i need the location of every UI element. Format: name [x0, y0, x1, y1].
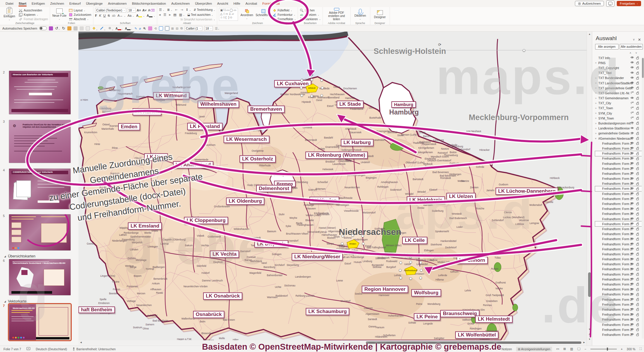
unlock-icon[interactable]: [636, 162, 639, 166]
select-button[interactable]: Markieren ⌄: [300, 17, 321, 21]
unlock-icon[interactable]: [636, 127, 639, 131]
unlock-icon[interactable]: [636, 182, 639, 186]
font-color-button[interactable]: A ⌄: [147, 14, 155, 17]
tab-hilfe[interactable]: Hilfe: [231, 1, 243, 6]
pane-item[interactable]: TXT_Copyright: [595, 65, 643, 70]
visibility-eye-icon[interactable]: [630, 101, 634, 105]
slide-thumbnail-4[interactable]: 4CODIERUNGSTABELLEN zur Vektorkarte: [9, 168, 71, 209]
pane-item[interactable]: >TXT gemeindefreie Gebi...: [595, 86, 643, 90]
pane-item[interactable]: >SYM_Town: [595, 116, 643, 121]
shapes-gallery[interactable]: ▣\\▭◯▭△⎍⇨⇩▱☆⌇{ }✩: [219, 8, 238, 21]
unlock-icon[interactable]: [636, 116, 639, 120]
tab-ansicht[interactable]: Ansicht: [215, 1, 231, 6]
pane-item[interactable]: Freihandform: Form 2...: [595, 267, 643, 272]
unlock-icon[interactable]: [636, 61, 639, 65]
visibility-eye-icon[interactable]: [630, 182, 634, 186]
duplicate-qat-icon[interactable]: [80, 26, 84, 30]
accessibility-status[interactable]: Barrierefreiheit: Untersuchen: [72, 347, 116, 351]
slide-canvas[interactable]: ⟳ Schleswig-HolsteinMecklenburg-Vorpomme…: [78, 32, 587, 340]
pane-item[interactable]: Freihandform: Form 2...: [595, 307, 643, 312]
font-name-combo[interactable]: Calibri (Textkörper)⌄: [95, 8, 126, 13]
justify-button[interactable]: ▤: [173, 13, 176, 17]
visibility-eye-icon[interactable]: [630, 207, 634, 211]
pane-item[interactable]: Freihandform: Form 2...: [595, 287, 643, 292]
slide-sorter-button[interactable]: ⊞: [563, 347, 566, 351]
visibility-eye-icon[interactable]: [630, 81, 634, 85]
unlock-icon[interactable]: [636, 262, 639, 266]
tab-formformat[interactable]: Formformat: [260, 1, 282, 6]
unlock-icon[interactable]: [636, 121, 639, 125]
tab-entwurf[interactable]: Entwurf: [67, 1, 83, 6]
zoom-in-button[interactable]: +: [621, 347, 623, 351]
visibility-eye-icon[interactable]: [630, 252, 634, 256]
smartart-qat-button[interactable]: ⟲: [154, 27, 157, 30]
visibility-eye-icon[interactable]: [630, 192, 634, 196]
tab-zeichnen[interactable]: Zeichnen: [47, 1, 66, 6]
paste-qat-icon[interactable]: [67, 26, 71, 30]
display-settings-button[interactable]: ⊞ Anzeigeeinstellungen: [516, 347, 552, 351]
slide-thumbnail-5[interactable]: 5: [9, 214, 71, 251]
pane-item[interactable]: Freihandform: Form 2...: [595, 247, 643, 252]
visibility-eye-icon[interactable]: [630, 162, 634, 166]
change-case-button[interactable]: Aa ⌄: [128, 14, 134, 17]
pane-chevron-icon[interactable]: ˅: [633, 38, 635, 41]
visibility-eye-icon[interactable]: [630, 227, 634, 231]
unlock-icon[interactable]: [636, 318, 639, 322]
visibility-eye-icon[interactable]: [630, 91, 634, 95]
unlock-icon[interactable]: [636, 136, 639, 141]
shrink-font-button[interactable]: A˅: [142, 8, 146, 12]
unlock-icon[interactable]: [636, 288, 639, 292]
search-qat-button[interactable]: 🔍︎: [143, 27, 146, 30]
align-text-button[interactable]: ⬓ Text ausrichten ⌄: [187, 13, 213, 16]
visibility-eye-icon[interactable]: [630, 212, 634, 216]
visibility-eye-icon[interactable]: [630, 61, 634, 65]
fontcolor2-qat-button[interactable]: A⌄: [125, 27, 132, 30]
section-header-vektorkarte[interactable]: Vektorkarte: [4, 299, 26, 303]
visibility-eye-icon[interactable]: [630, 293, 634, 297]
visibility-eye-icon[interactable]: [630, 76, 634, 80]
scroll-down-arrow[interactable]: ▼: [587, 328, 592, 331]
shape-qat-button[interactable]: ⌀: [139, 27, 141, 30]
pane-item[interactable]: Freihandform: Form 2...: [595, 216, 643, 221]
pane-item[interactable]: >SYM_City: [595, 111, 643, 116]
expand-chevron-icon[interactable]: >: [595, 132, 598, 135]
visibility-eye-icon[interactable]: [630, 167, 634, 171]
expand-chevron-icon[interactable]: >: [595, 102, 598, 105]
pane-item[interactable]: Freihandform: Form 2...: [595, 141, 643, 146]
normal-view-button[interactable]: ▭: [556, 347, 559, 351]
unlock-icon[interactable]: [636, 146, 639, 151]
show-all-button[interactable]: Alle anzeigen: [595, 44, 619, 49]
visibility-eye-icon[interactable]: [630, 328, 634, 332]
qat-font-combo[interactable]: Calibri (1⌄: [185, 26, 202, 31]
pane-item[interactable]: TXT_Titel: [595, 71, 643, 76]
char-spacing-button[interactable]: A↔ ⌄: [117, 14, 125, 17]
shape-effects-button[interactable]: Formeffekte ⌄: [273, 17, 296, 21]
shape-fill-button[interactable]: Fülleffekt ⌄: [273, 8, 296, 12]
visibility-eye-icon[interactable]: [630, 71, 634, 75]
pane-item[interactable]: >TXT Landkreise/Stadtkrei...: [595, 81, 643, 86]
italic-button[interactable]: K: [99, 14, 101, 17]
pane-item[interactable]: Freihandform: Form 2...: [595, 257, 643, 262]
slide-thumbnail-2[interactable]: 2Hinweise zum Bearbeiten der Vektorkarte: [9, 71, 71, 115]
unlock-icon[interactable]: [636, 298, 639, 302]
pane-item[interactable]: Freihandform: Form 2...: [595, 181, 643, 186]
unlock-icon[interactable]: [636, 141, 639, 146]
unlock-icon[interactable]: [636, 71, 639, 75]
visibility-eye-icon[interactable]: [630, 127, 634, 131]
numbering-button[interactable]: ≣ ⌄: [167, 8, 172, 12]
unlock-icon[interactable]: [636, 91, 639, 95]
qat-size-combo[interactable]: 18⌄: [204, 26, 213, 31]
unlock-icon[interactable]: [636, 197, 639, 201]
pane-item[interactable]: Freihandform: Form 2...: [595, 176, 643, 181]
pane-item[interactable]: >PINS: [595, 60, 643, 65]
unlock-icon[interactable]: [636, 202, 639, 206]
pane-item[interactable]: >TXT Gemeindenamen: [595, 96, 643, 101]
expand-chevron-icon[interactable]: >: [595, 77, 598, 79]
visibility-eye-icon[interactable]: [630, 288, 634, 292]
expand-chevron-icon[interactable]: >: [595, 127, 598, 130]
pane-item[interactable]: Freihandform: Form 2...: [595, 221, 643, 226]
visibility-eye-icon[interactable]: [630, 116, 634, 120]
pane-item[interactable]: v#Gemeinden Niedersach...: [595, 136, 643, 141]
pane-item[interactable]: Freihandform: Form 2...: [595, 191, 643, 196]
pane-item[interactable]: Freihandform: Form 2...: [595, 272, 643, 277]
